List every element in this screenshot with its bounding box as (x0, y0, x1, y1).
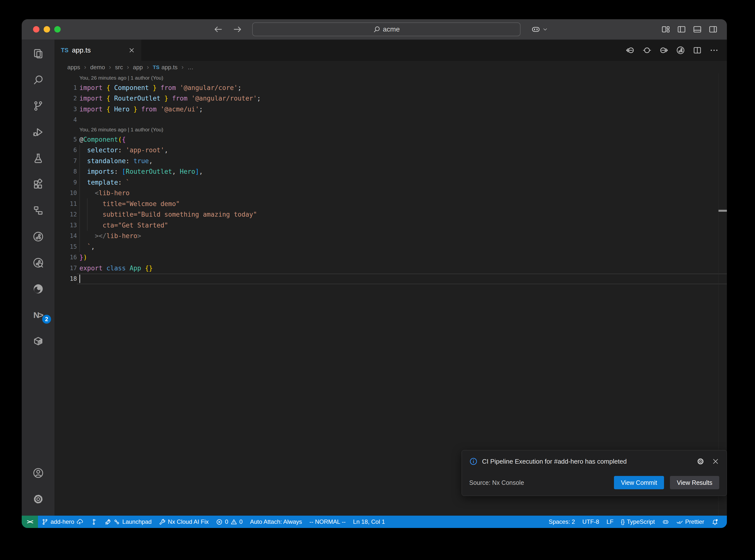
status-item-compare-changes[interactable] (87, 516, 101, 528)
status-item-language-mode[interactable]: {}TypeScript (617, 516, 659, 528)
activity-item-source-control[interactable] (22, 98, 55, 114)
code-line-12: 12 subtitle="Build something amazing tod… (55, 209, 727, 220)
layout-sidebar-right-icon[interactable] (709, 25, 717, 34)
layout-controls (661, 19, 717, 39)
layout-panel-icon[interactable] (693, 25, 702, 34)
status-item-encoding[interactable]: UTF-8 (579, 516, 603, 528)
tab-app-ts[interactable]: TS app.ts (55, 40, 141, 61)
tab-label: app.ts (72, 46, 91, 54)
code-line-8: 8 imports: [RouterOutlet, Hero], (55, 166, 727, 177)
breadcrumb-item-apps[interactable]: apps (67, 64, 80, 71)
history-nav (214, 19, 242, 39)
status-label: Spaces: 2 (549, 518, 575, 525)
layout-sidebar-left-icon[interactable] (677, 25, 686, 34)
status-label: Prettier (685, 518, 704, 525)
split-editor-icon[interactable] (693, 46, 702, 55)
graph-circle-icon[interactable] (676, 46, 685, 55)
activity-item-search[interactable] (22, 72, 55, 87)
breadcrumb-item-appts[interactable]: TSapp.ts (153, 64, 178, 71)
zoom-window-button[interactable] (54, 26, 61, 33)
activity-item-nx-graph[interactable] (22, 229, 55, 244)
search-icon (33, 74, 44, 85)
command-center-search[interactable]: acme (252, 22, 520, 36)
breadcrumb-item-app[interactable]: app (133, 64, 143, 71)
search-icon (373, 26, 380, 33)
code-line-11: 11 title="Welcmoe demo" (55, 198, 727, 209)
view-results-button[interactable]: View Results (670, 476, 719, 489)
close-tab-icon[interactable] (128, 47, 135, 54)
nav-forward-icon[interactable] (659, 46, 668, 55)
status-item-nx-cloud-ai-fix[interactable]: Nx Cloud AI Fix (155, 516, 212, 528)
remote-indicator[interactable]: >< (22, 516, 38, 528)
line-number: 13 (55, 222, 77, 229)
hierarchy-icon (33, 205, 44, 216)
status-bar: >< add-heroLaunchpadNx Cloud AI Fix00Aut… (22, 516, 727, 528)
code-line-6: 6 selector: 'app-root', (55, 145, 727, 156)
code-line-9: 9 template: ` (55, 177, 727, 188)
activity-item-accounts[interactable] (22, 465, 55, 481)
warning-icon (231, 519, 237, 525)
activity-item-containers[interactable] (22, 334, 55, 349)
minimize-window-button[interactable] (44, 26, 50, 33)
account-icon (33, 467, 44, 479)
line-number: 10 (55, 189, 77, 197)
line-number: 11 (55, 200, 77, 207)
line-number: 14 (55, 233, 77, 239)
status-item-cursor-position[interactable]: Ln 18, Col 1 (350, 516, 389, 528)
close-window-button[interactable] (33, 26, 39, 33)
activity-item-project-details[interactable] (22, 203, 55, 218)
activity-item-nx-console[interactable]: N>2 (22, 307, 55, 323)
graph-circle-icon (33, 231, 44, 242)
breadcrumb-item-[interactable]: … (187, 64, 194, 71)
status-item-notifications-bell[interactable] (708, 516, 722, 528)
status-label: -- NORMAL -- (310, 518, 346, 525)
view-commit-button[interactable]: View Commit (614, 476, 664, 489)
line-number: 17 (55, 265, 77, 272)
layout-customize-icon[interactable] (661, 25, 670, 34)
indent-guide (87, 198, 87, 231)
scrollbar-marker (718, 210, 727, 212)
activity-item-run-and-debug[interactable] (22, 124, 55, 140)
status-item-problems[interactable]: 00 (212, 516, 246, 528)
more-icon[interactable] (710, 46, 718, 55)
notification-close-icon[interactable] (712, 458, 719, 465)
line-number: 8 (55, 168, 77, 175)
status-item-formatter[interactable]: Prettier (673, 516, 708, 528)
status-item-launchpad[interactable]: Launchpad (101, 516, 155, 528)
code-line-1: 1import { Component } from '@angular/cor… (55, 82, 727, 93)
activity-item-edge-devtools[interactable] (22, 281, 55, 297)
code-editor[interactable]: You, 26 minutes ago | 1 author (You)1imp… (55, 74, 727, 516)
activity-item-testing[interactable] (22, 151, 55, 166)
code-line-18: 18 (55, 274, 727, 284)
breadcrumb-item-demo[interactable]: demo (90, 64, 105, 71)
nav-commit-icon[interactable] (642, 46, 652, 55)
breadcrumb-item-src[interactable]: src (115, 64, 123, 71)
back-arrow-icon[interactable] (214, 25, 223, 34)
status-item-branch-publish[interactable]: add-hero (38, 516, 87, 528)
breadcrumb: apps›demo›src›app›TSapp.ts›… (55, 61, 727, 74)
activity-item-settings[interactable] (22, 492, 55, 507)
status-label: add-hero (51, 518, 74, 525)
scrollbar-track[interactable] (718, 74, 727, 516)
status-item-auto-attach[interactable]: Auto Attach: Always (246, 516, 306, 528)
copilot-menu[interactable] (531, 19, 548, 39)
status-label: 0 (239, 518, 243, 525)
line-number: 4 (55, 116, 77, 123)
status-item-vim-mode[interactable]: -- NORMAL -- (306, 516, 350, 528)
code-line-16: 16}) (55, 252, 727, 263)
status-item-eol[interactable]: LF (603, 516, 617, 528)
activity-item-explorer[interactable] (22, 46, 55, 61)
activity-item-nx-graph-search[interactable] (22, 255, 55, 271)
git-branch-icon (33, 100, 44, 112)
debug-icon (33, 126, 44, 138)
forward-arrow-icon[interactable] (233, 25, 242, 34)
git-blame-lens[interactable]: You, 26 minutes ago | 1 author (You) (55, 125, 727, 134)
notification-settings-icon[interactable] (697, 458, 704, 465)
nav-back-icon[interactable] (626, 46, 635, 55)
status-item-copilot-status[interactable] (659, 516, 673, 528)
status-item-indentation[interactable]: Spaces: 2 (545, 516, 579, 528)
wrench-icon (159, 519, 166, 525)
activity-item-extensions[interactable] (22, 177, 55, 192)
code-line-3: 3import { Hero } from '@acme/ui'; (55, 104, 727, 115)
git-blame-lens[interactable]: You, 26 minutes ago | 1 author (You) (55, 74, 727, 82)
